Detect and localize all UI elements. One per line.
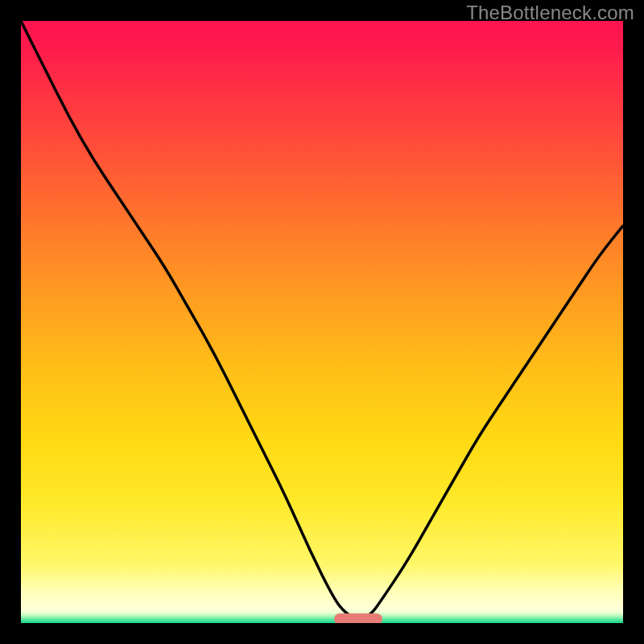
minimum-marker xyxy=(334,613,382,623)
chart-frame: TheBottleneck.com xyxy=(0,0,644,644)
plot-area xyxy=(21,21,623,623)
bottleneck-curve xyxy=(21,21,623,623)
watermark-text: TheBottleneck.com xyxy=(466,2,634,24)
